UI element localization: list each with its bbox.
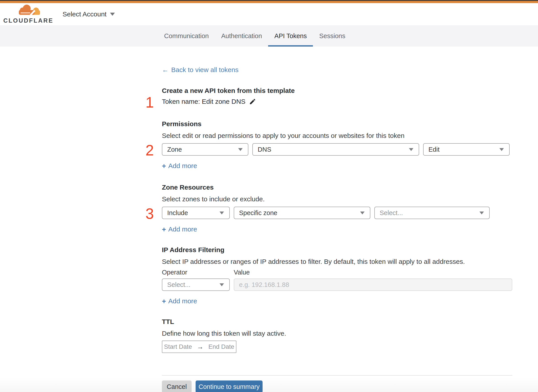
permission-access-value: Edit <box>428 146 440 153</box>
account-selector[interactable]: Select Account <box>63 10 115 18</box>
start-date-placeholder: Start Date <box>164 343 192 350</box>
chevron-down-icon <box>238 148 243 151</box>
zone-mode-value: Include <box>167 209 188 217</box>
back-to-tokens-link[interactable]: ← Back to view all tokens <box>162 65 239 75</box>
permission-scope-select[interactable]: Zone <box>162 143 248 156</box>
ip-operator-select[interactable]: Select... <box>162 279 230 291</box>
zone-resources-row: 3 Include Specific zone Select... <box>162 207 512 219</box>
ip-filtering-title: IP Address Filtering <box>162 245 512 255</box>
cancel-button[interactable]: Cancel <box>162 380 192 392</box>
permissions-title: Permissions <box>162 119 512 129</box>
permissions-add-more-button[interactable]: + Add more <box>162 161 197 170</box>
ttl-title: TTL <box>162 317 512 326</box>
chevron-down-icon <box>499 148 504 151</box>
tab-communication[interactable]: Communication <box>158 25 215 47</box>
page-title: Create a new API token from this templat… <box>162 86 512 95</box>
ip-filtering-add-more-button[interactable]: + Add more <box>162 297 197 306</box>
tab-api-tokens[interactable]: API Tokens <box>268 25 313 47</box>
app-header: CLOUDFLARE Select Account <box>0 3 538 25</box>
ip-filtering-section: IP Address Filtering Select IP addresses… <box>162 245 512 306</box>
step-number-3: 3 <box>145 206 154 221</box>
zone-resources-description: Select zones to include or exclude. <box>162 195 512 204</box>
add-more-label: Add more <box>168 225 197 234</box>
permission-scope-value: Zone <box>167 146 182 153</box>
zone-resources-section: Zone Resources Select zones to include o… <box>162 183 512 234</box>
add-more-label: Add more <box>168 297 197 306</box>
step-number-1: 1 <box>145 95 154 110</box>
ttl-date-range-picker[interactable]: Start Date → End Date <box>162 341 236 353</box>
arrow-right-icon: → <box>197 343 204 350</box>
plus-icon: + <box>162 225 166 234</box>
zone-mode-select[interactable]: Include <box>162 207 230 219</box>
edit-pencil-icon[interactable] <box>249 98 256 105</box>
permission-resource-value: DNS <box>258 146 271 153</box>
chevron-down-icon <box>479 211 484 215</box>
chevron-down-icon <box>220 283 224 286</box>
operator-label: Operator <box>162 268 234 276</box>
value-label: Value <box>234 268 250 276</box>
ip-operator-placeholder: Select... <box>167 281 191 289</box>
plus-icon: + <box>162 161 166 170</box>
ip-value-input[interactable] <box>234 279 512 291</box>
step-number-2: 2 <box>145 143 154 158</box>
back-arrow-icon: ← <box>162 65 168 75</box>
tab-sessions[interactable]: Sessions <box>313 25 351 47</box>
zone-name-placeholder: Select... <box>380 209 403 217</box>
token-name-text: Token name: Edit zone DNS <box>162 98 245 105</box>
account-selector-label: Select Account <box>63 10 107 18</box>
ip-field-labels: Operator Value <box>162 268 512 276</box>
chevron-down-icon <box>360 211 365 215</box>
back-link-label: Back to view all tokens <box>171 65 239 75</box>
zone-name-select[interactable]: Select... <box>374 207 490 219</box>
chevron-down-icon <box>220 211 224 215</box>
ttl-description: Define how long this token will stay act… <box>162 329 512 338</box>
permission-access-select[interactable]: Edit <box>423 143 510 156</box>
cloudflare-cloud-icon <box>15 4 42 17</box>
zone-resources-title: Zone Resources <box>162 183 512 192</box>
permission-resource-select[interactable]: DNS <box>252 143 419 156</box>
cloudflare-wordmark: CLOUDFLARE <box>3 17 53 24</box>
token-name-row: 1 Token name: Edit zone DNS <box>162 97 512 107</box>
zone-resources-add-more-button[interactable]: + Add more <box>162 225 197 234</box>
chevron-down-icon <box>409 148 413 151</box>
zone-type-value: Specific zone <box>239 209 277 217</box>
top-orange-stripe <box>0 1 538 3</box>
tab-authentication[interactable]: Authentication <box>215 25 268 47</box>
footer-divider <box>162 375 512 376</box>
permissions-row: 2 Zone DNS Edit <box>162 143 512 156</box>
permissions-section: Permissions Select edit or read permissi… <box>162 119 512 170</box>
main-content: ← Back to view all tokens Create a new A… <box>0 47 538 392</box>
form-actions: Cancel Continue to summary <box>162 380 512 392</box>
ip-filtering-description: Select IP addresses or ranges of IP addr… <box>162 257 512 266</box>
profile-tabbar: Communication Authentication API Tokens … <box>0 25 538 47</box>
plus-icon: + <box>162 297 166 306</box>
cloudflare-logo: CLOUDFLARE <box>6 4 51 24</box>
chevron-down-icon <box>110 13 115 16</box>
ip-filtering-row: Select... <box>162 279 512 291</box>
add-more-label: Add more <box>168 161 197 170</box>
zone-type-select[interactable]: Specific zone <box>234 207 370 219</box>
ttl-section: TTL Define how long this token will stay… <box>162 317 512 353</box>
end-date-placeholder: End Date <box>208 343 234 350</box>
continue-to-summary-button[interactable]: Continue to summary <box>196 380 262 392</box>
permissions-description: Select edit or read permissions to apply… <box>162 131 512 140</box>
